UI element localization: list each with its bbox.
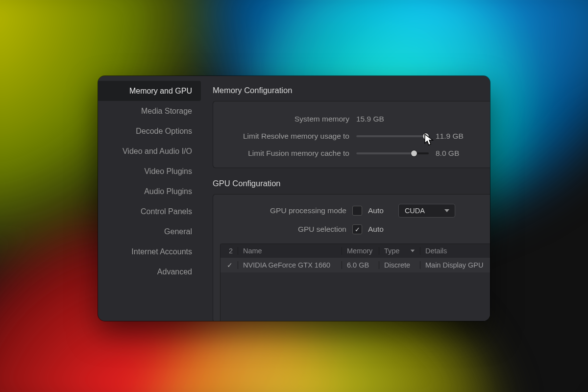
fusion-memory-limit-slider[interactable] (356, 152, 429, 154)
gpu-config-panel: GPU processing mode Auto CUDA GPU select… (213, 194, 490, 321)
gpu-row-type: Discrete (379, 261, 420, 269)
gpu-selection-label: GPU selection (220, 225, 346, 234)
gpu-row-details: Main Display GPU (420, 261, 490, 269)
sidebar-item-decode-options[interactable]: Decode Options (98, 121, 201, 141)
gpu-processing-mode-label: GPU processing mode (220, 206, 346, 215)
gpu-selection-auto-checkbox[interactable] (352, 224, 362, 234)
gpu-table-header-details[interactable]: Details (420, 247, 490, 255)
gpu-table-header-count[interactable]: 2 (220, 247, 238, 255)
resolve-memory-limit-value: 11.9 GB (436, 132, 467, 141)
gpu-table: 2 Name Memory Type Details ✓ NVIDIA GeFo… (220, 244, 490, 321)
gpu-table-row[interactable]: ✓ NVIDIA GeForce GTX 1660 6.0 GB Discret… (220, 258, 490, 272)
gpu-section-title: GPU Configuration (213, 179, 490, 188)
slider-knob-icon[interactable] (411, 150, 417, 156)
gpu-processing-mode-auto-label: Auto (368, 206, 384, 215)
gpu-row-name: NVIDIA GeForce GTX 1660 (238, 261, 342, 269)
sidebar-item-general[interactable]: General (98, 221, 201, 242)
preferences-sidebar: Memory and GPU Media Storage Decode Opti… (98, 76, 201, 321)
gpu-table-header-memory[interactable]: Memory (342, 247, 379, 255)
gpu-processing-mode-auto-checkbox[interactable] (352, 206, 362, 216)
sidebar-item-advanced[interactable]: Advanced (98, 262, 201, 282)
memory-section-title: Memory Configuration (213, 86, 490, 95)
sidebar-item-video-and-audio-io[interactable]: Video and Audio I/O (98, 141, 201, 161)
system-memory-label: System memory (223, 115, 349, 123)
memory-config-panel: System memory 15.9 GB Limit Resolve memo… (213, 101, 490, 168)
fusion-memory-limit-label: Limit Fusion memory cache to (223, 149, 349, 158)
gpu-selection-auto-label: Auto (368, 225, 384, 234)
sidebar-item-video-plugins[interactable]: Video Plugins (98, 161, 201, 181)
sidebar-item-media-storage[interactable]: Media Storage (98, 101, 201, 121)
slider-knob-icon[interactable] (423, 133, 429, 139)
gpu-row-memory: 6.0 GB (342, 261, 379, 269)
system-memory-value: 15.9 GB (356, 115, 388, 123)
preferences-window: Memory and GPU Media Storage Decode Opti… (98, 76, 490, 321)
check-icon: ✓ (227, 261, 233, 269)
sidebar-item-internet-accounts[interactable]: Internet Accounts (98, 242, 201, 262)
sidebar-item-memory-and-gpu[interactable]: Memory and GPU (98, 81, 201, 101)
resolve-memory-limit-label: Limit Resolve memory usage to (223, 132, 349, 141)
fusion-memory-limit-value: 8.0 GB (436, 149, 467, 158)
gpu-table-header-type-label: Type (384, 247, 399, 255)
gpu-processing-mode-dropdown[interactable]: CUDA (398, 204, 455, 218)
preferences-main-panel: Memory Configuration System memory 15.9 … (201, 76, 490, 321)
gpu-table-header-type[interactable]: Type (379, 247, 420, 255)
resolve-memory-limit-slider[interactable] (356, 135, 429, 137)
gpu-table-header-name[interactable]: Name (238, 247, 342, 255)
sidebar-item-audio-plugins[interactable]: Audio Plugins (98, 181, 201, 201)
gpu-table-empty-space (220, 272, 490, 321)
sidebar-item-control-panels[interactable]: Control Panels (98, 201, 201, 221)
gpu-processing-mode-dropdown-value: CUDA (405, 207, 425, 215)
chevron-down-icon (444, 208, 450, 214)
chevron-down-icon (410, 248, 415, 253)
gpu-table-header: 2 Name Memory Type Details (220, 244, 490, 258)
